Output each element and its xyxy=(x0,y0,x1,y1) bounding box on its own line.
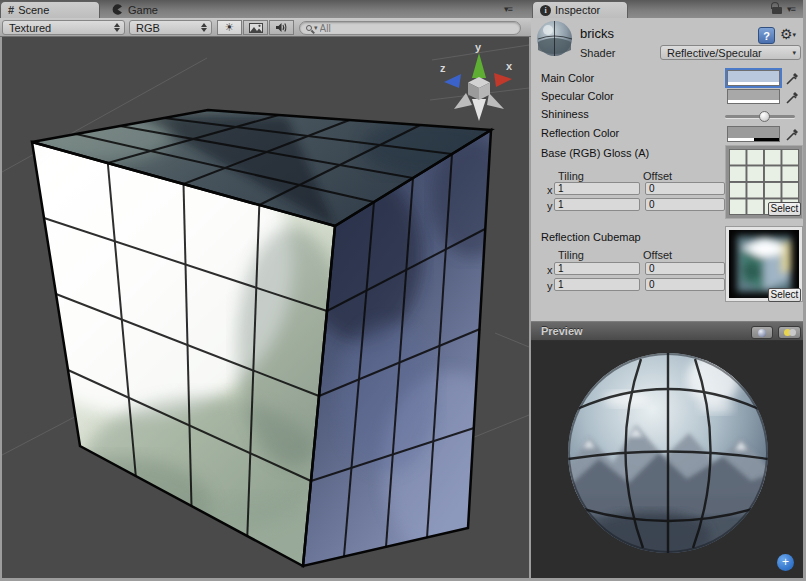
shader-dropdown[interactable]: Reflective/Specular ▾ xyxy=(660,45,801,60)
base-x-label: x xyxy=(547,184,553,196)
base-map-label: Base (RGB) Gloss (A) xyxy=(541,147,649,159)
base-tiling-label: Tiling xyxy=(558,170,584,182)
shininess-label: Shininess xyxy=(541,108,589,120)
scene-menu-icon[interactable]: ▾≡ xyxy=(504,4,512,14)
scene-tabbar: # Scene Game ▾≡ xyxy=(0,0,531,18)
preview-shape-button[interactable] xyxy=(751,326,773,339)
color-mode-value: RGB xyxy=(136,22,160,34)
reflection-color-eyedropper-icon[interactable] xyxy=(786,127,800,141)
tab-scene-label: Scene xyxy=(18,4,49,16)
reflection-color-swatch[interactable] xyxy=(727,126,780,142)
landscape-icon xyxy=(249,23,263,33)
scene-3d-view: y x z xyxy=(2,37,529,576)
game-icon xyxy=(111,3,124,16)
draw-mode-dropdown[interactable]: Textured xyxy=(2,20,125,35)
add-button[interactable]: + xyxy=(777,554,794,571)
specular-color-swatch[interactable] xyxy=(727,89,780,104)
tab-inspector-label: Inspector xyxy=(555,4,600,16)
cubemap-tiling-x-field[interactable] xyxy=(554,262,640,275)
cubemap-select-button[interactable]: Select xyxy=(768,288,801,302)
material-name: bricks xyxy=(580,26,614,41)
scene-grid-icon: # xyxy=(8,4,14,16)
gizmo-x-label: x xyxy=(506,60,513,72)
base-offset-label: Offset xyxy=(643,170,672,182)
draw-mode-value: Textured xyxy=(9,22,51,34)
base-tiling-x-field[interactable] xyxy=(554,182,640,195)
search-icon xyxy=(306,25,312,31)
gizmo-y-axis[interactable] xyxy=(472,53,486,78)
inspector-tabbar: i Inspector ▾≡ xyxy=(531,0,803,18)
gizmo-down-axis[interactable] xyxy=(472,99,486,121)
scene-viewport[interactable]: y x z xyxy=(0,37,531,581)
light-off-dot-icon xyxy=(789,329,796,336)
scene-audio-toggle[interactable] xyxy=(269,20,294,35)
gear-icon[interactable]: ⚙▾ xyxy=(780,26,796,42)
tab-game[interactable]: Game xyxy=(103,1,166,18)
reflection-color-label: Reflection Color xyxy=(541,127,619,139)
shader-label: Shader xyxy=(580,47,615,59)
preview-title: Preview xyxy=(531,325,583,337)
preview-sphere xyxy=(531,341,803,578)
base-y-label: y xyxy=(547,200,553,212)
search-filter-arrow-icon: ▾ xyxy=(314,24,318,32)
shininess-slider-handle[interactable] xyxy=(759,111,770,122)
shader-value: Reflective/Specular xyxy=(667,47,762,59)
material-preview-area[interactable]: + xyxy=(531,341,803,578)
cubemap-x-label: x xyxy=(547,264,553,276)
help-icon[interactable]: ? xyxy=(758,27,775,44)
main-color-label: Main Color xyxy=(541,72,594,84)
preview-header: Preview xyxy=(531,321,803,341)
scene-cube[interactable] xyxy=(2,110,522,576)
cubemap-tiling-y-field[interactable] xyxy=(554,278,640,291)
main-color-swatch[interactable] xyxy=(727,70,780,86)
cubemap-label: Reflection Cubemap xyxy=(541,231,641,243)
base-offset-y-field[interactable] xyxy=(645,198,725,211)
scene-toolbar: Textured RGB ☀ ▾ xyxy=(0,18,531,37)
shader-dropdown-arrow-icon: ▾ xyxy=(792,49,796,57)
cubemap-tiling-label: Tiling xyxy=(558,249,584,261)
tab-inspector[interactable]: i Inspector xyxy=(532,1,628,18)
scene-search-field[interactable]: ▾ xyxy=(299,21,521,35)
base-texture-select-button[interactable]: Select xyxy=(768,202,801,216)
sun-icon: ☀ xyxy=(225,21,235,34)
gizmo-x-axis[interactable] xyxy=(494,73,512,87)
base-tiling-y-field[interactable] xyxy=(554,198,640,211)
cubemap-offset-label: Offset xyxy=(643,249,672,261)
base-offset-x-field[interactable] xyxy=(645,182,725,195)
lock-icon[interactable] xyxy=(772,7,782,14)
main-color-eyedropper-icon[interactable] xyxy=(786,71,800,85)
specular-color-eyedropper-icon[interactable] xyxy=(786,90,800,104)
gizmo-z-label: z xyxy=(440,62,446,74)
scene-lighting-toggle[interactable]: ☀ xyxy=(217,20,242,35)
stepper-arrows-icon xyxy=(195,23,207,32)
gizmo-back-axis[interactable] xyxy=(487,93,504,109)
stepper-arrows-icon xyxy=(108,23,120,32)
material-preview-icon xyxy=(536,20,573,57)
sphere-icon xyxy=(758,329,766,337)
cubemap-y-label: y xyxy=(547,280,553,292)
info-icon: i xyxy=(540,5,551,16)
tab-scene[interactable]: # Scene xyxy=(0,1,100,18)
preview-lighting-button[interactable] xyxy=(778,326,801,339)
search-input[interactable] xyxy=(320,23,490,34)
cubemap-offset-x-field[interactable] xyxy=(645,262,725,275)
shininess-slider[interactable] xyxy=(725,115,795,118)
scene-panel: # Scene Game ▾≡ Textured RGB ☀ xyxy=(0,0,531,581)
color-mode-dropdown[interactable]: RGB xyxy=(129,20,212,35)
skybox-fx-toggle[interactable] xyxy=(243,20,268,35)
inspector-menu-icon[interactable]: ▾≡ xyxy=(787,4,795,14)
speaker-icon xyxy=(275,22,288,33)
gizmo-z-axis[interactable] xyxy=(444,74,461,88)
inspector-panel: i Inspector ▾≡ bricks Shader Reflective/… xyxy=(531,0,806,581)
specular-color-label: Specular Color xyxy=(541,90,614,102)
cubemap-offset-y-field[interactable] xyxy=(645,278,725,291)
tab-game-label: Game xyxy=(128,4,158,16)
gizmo-y-label: y xyxy=(475,41,482,53)
